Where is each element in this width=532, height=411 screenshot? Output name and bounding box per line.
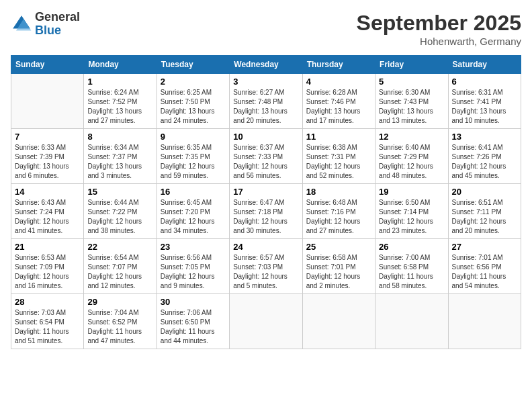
day-info: Sunrise: 6:58 AM Sunset: 7:01 PM Dayligh… <box>306 253 371 291</box>
calendar-table: SundayMondayTuesdayWednesdayThursdayFrid… <box>11 55 521 349</box>
day-number: 19 <box>379 187 444 197</box>
day-number: 8 <box>87 132 152 142</box>
calendar-day-cell: 29Sunrise: 7:04 AM Sunset: 6:52 PM Dayli… <box>84 294 157 349</box>
calendar-day-cell: 30Sunrise: 7:06 AM Sunset: 6:50 PM Dayli… <box>157 294 229 349</box>
calendar-day-cell: 25Sunrise: 6:58 AM Sunset: 7:01 PM Dayli… <box>302 239 375 294</box>
day-info: Sunrise: 6:53 AM Sunset: 7:09 PM Dayligh… <box>15 253 80 291</box>
day-number: 13 <box>452 132 517 142</box>
day-info: Sunrise: 6:24 AM Sunset: 7:52 PM Dayligh… <box>87 88 152 126</box>
calendar-day-cell: 23Sunrise: 6:56 AM Sunset: 7:05 PM Dayli… <box>157 239 229 294</box>
day-info: Sunrise: 6:54 AM Sunset: 7:07 PM Dayligh… <box>87 253 152 291</box>
weekday-header: Tuesday <box>157 56 229 74</box>
day-number: 7 <box>15 132 80 142</box>
weekday-header: Monday <box>84 56 157 74</box>
day-number: 21 <box>15 242 80 252</box>
day-number: 18 <box>306 187 371 197</box>
logo-blue: Blue <box>35 24 80 38</box>
calendar-day-cell: 2Sunrise: 6:25 AM Sunset: 7:50 PM Daylig… <box>157 74 229 129</box>
calendar-day-cell: 16Sunrise: 6:45 AM Sunset: 7:20 PM Dayli… <box>157 184 229 239</box>
month-title: September 2025 <box>357 11 521 36</box>
weekday-header: Friday <box>375 56 448 74</box>
calendar-day-cell: 12Sunrise: 6:40 AM Sunset: 7:29 PM Dayli… <box>375 129 448 184</box>
calendar-day-cell: 8Sunrise: 6:34 AM Sunset: 7:37 PM Daylig… <box>84 129 157 184</box>
day-number: 25 <box>306 242 371 252</box>
calendar-day-cell: 20Sunrise: 6:51 AM Sunset: 7:11 PM Dayli… <box>448 184 521 239</box>
day-number: 29 <box>87 297 152 307</box>
calendar-day-cell <box>302 294 375 349</box>
day-info: Sunrise: 7:04 AM Sunset: 6:52 PM Dayligh… <box>87 308 152 346</box>
calendar-day-cell: 22Sunrise: 6:54 AM Sunset: 7:07 PM Dayli… <box>84 239 157 294</box>
day-info: Sunrise: 6:35 AM Sunset: 7:35 PM Dayligh… <box>161 143 226 181</box>
calendar-day-cell: 28Sunrise: 7:03 AM Sunset: 6:54 PM Dayli… <box>11 294 84 349</box>
day-number: 24 <box>233 242 298 252</box>
calendar-day-cell <box>448 294 521 349</box>
day-number: 10 <box>233 132 298 142</box>
day-number: 23 <box>161 242 226 252</box>
calendar-day-cell: 15Sunrise: 6:44 AM Sunset: 7:22 PM Dayli… <box>84 184 157 239</box>
calendar-day-cell: 4Sunrise: 6:28 AM Sunset: 7:46 PM Daylig… <box>302 74 375 129</box>
calendar-day-cell: 6Sunrise: 6:31 AM Sunset: 7:41 PM Daylig… <box>448 74 521 129</box>
logo-icon <box>11 13 32 35</box>
calendar-day-cell: 21Sunrise: 6:53 AM Sunset: 7:09 PM Dayli… <box>11 239 84 294</box>
logo-text: General Blue <box>35 11 80 38</box>
calendar-day-cell: 27Sunrise: 7:01 AM Sunset: 6:56 PM Dayli… <box>448 239 521 294</box>
title-block: September 2025 Hohenwarth, Germany <box>357 11 521 47</box>
weekday-header: Sunday <box>11 56 84 74</box>
day-number: 5 <box>379 77 444 87</box>
day-info: Sunrise: 6:56 AM Sunset: 7:05 PM Dayligh… <box>161 253 226 291</box>
logo: General Blue <box>11 11 80 38</box>
day-info: Sunrise: 6:33 AM Sunset: 7:39 PM Dayligh… <box>15 143 80 181</box>
day-info: Sunrise: 6:47 AM Sunset: 7:18 PM Dayligh… <box>233 198 298 236</box>
calendar-day-cell: 14Sunrise: 6:43 AM Sunset: 7:24 PM Dayli… <box>11 184 84 239</box>
day-info: Sunrise: 6:40 AM Sunset: 7:29 PM Dayligh… <box>379 143 444 181</box>
day-number: 14 <box>15 187 80 197</box>
weekday-header: Saturday <box>448 56 521 74</box>
day-info: Sunrise: 7:01 AM Sunset: 6:56 PM Dayligh… <box>452 253 517 291</box>
weekday-header: Wednesday <box>230 56 302 74</box>
calendar-day-cell: 9Sunrise: 6:35 AM Sunset: 7:35 PM Daylig… <box>157 129 229 184</box>
day-info: Sunrise: 6:57 AM Sunset: 7:03 PM Dayligh… <box>233 253 298 291</box>
calendar-day-cell: 11Sunrise: 6:38 AM Sunset: 7:31 PM Dayli… <box>302 129 375 184</box>
day-number: 16 <box>161 187 226 197</box>
calendar-week-row: 14Sunrise: 6:43 AM Sunset: 7:24 PM Dayli… <box>11 184 521 239</box>
day-info: Sunrise: 6:43 AM Sunset: 7:24 PM Dayligh… <box>15 198 80 236</box>
calendar-day-cell: 13Sunrise: 6:41 AM Sunset: 7:26 PM Dayli… <box>448 129 521 184</box>
day-info: Sunrise: 6:27 AM Sunset: 7:48 PM Dayligh… <box>233 88 298 126</box>
day-number: 22 <box>87 242 152 252</box>
day-number: 28 <box>15 297 80 307</box>
calendar-day-cell: 10Sunrise: 6:37 AM Sunset: 7:33 PM Dayli… <box>230 129 302 184</box>
calendar-day-cell: 7Sunrise: 6:33 AM Sunset: 7:39 PM Daylig… <box>11 129 84 184</box>
calendar-day-cell: 18Sunrise: 6:48 AM Sunset: 7:16 PM Dayli… <box>302 184 375 239</box>
day-number: 26 <box>379 242 444 252</box>
day-info: Sunrise: 6:41 AM Sunset: 7:26 PM Dayligh… <box>452 143 517 181</box>
day-number: 15 <box>87 187 152 197</box>
day-info: Sunrise: 7:03 AM Sunset: 6:54 PM Dayligh… <box>15 308 80 346</box>
day-number: 17 <box>233 187 298 197</box>
calendar-week-row: 21Sunrise: 6:53 AM Sunset: 7:09 PM Dayli… <box>11 239 521 294</box>
calendar-day-cell: 24Sunrise: 6:57 AM Sunset: 7:03 PM Dayli… <box>230 239 302 294</box>
calendar-day-cell: 1Sunrise: 6:24 AM Sunset: 7:52 PM Daylig… <box>84 74 157 129</box>
day-number: 6 <box>452 77 517 87</box>
day-number: 2 <box>161 77 226 87</box>
calendar-day-cell: 5Sunrise: 6:30 AM Sunset: 7:43 PM Daylig… <box>375 74 448 129</box>
day-number: 9 <box>161 132 226 142</box>
day-info: Sunrise: 6:45 AM Sunset: 7:20 PM Dayligh… <box>161 198 226 236</box>
location: Hohenwarth, Germany <box>357 36 521 47</box>
day-number: 12 <box>379 132 444 142</box>
day-number: 27 <box>452 242 517 252</box>
day-number: 1 <box>87 77 152 87</box>
calendar-day-cell <box>11 74 84 129</box>
calendar-week-row: 28Sunrise: 7:03 AM Sunset: 6:54 PM Dayli… <box>11 294 521 349</box>
weekday-header: Thursday <box>302 56 375 74</box>
day-number: 11 <box>306 132 371 142</box>
day-info: Sunrise: 6:30 AM Sunset: 7:43 PM Dayligh… <box>379 88 444 126</box>
calendar-day-cell: 19Sunrise: 6:50 AM Sunset: 7:14 PM Dayli… <box>375 184 448 239</box>
page-header: General Blue September 2025 Hohenwarth, … <box>11 11 521 47</box>
calendar-day-cell: 3Sunrise: 6:27 AM Sunset: 7:48 PM Daylig… <box>230 74 302 129</box>
day-info: Sunrise: 7:00 AM Sunset: 6:58 PM Dayligh… <box>379 253 444 291</box>
calendar-week-row: 1Sunrise: 6:24 AM Sunset: 7:52 PM Daylig… <box>11 74 521 129</box>
calendar-day-cell: 26Sunrise: 7:00 AM Sunset: 6:58 PM Dayli… <box>375 239 448 294</box>
day-number: 20 <box>452 187 517 197</box>
calendar-week-row: 7Sunrise: 6:33 AM Sunset: 7:39 PM Daylig… <box>11 129 521 184</box>
day-number: 4 <box>306 77 371 87</box>
